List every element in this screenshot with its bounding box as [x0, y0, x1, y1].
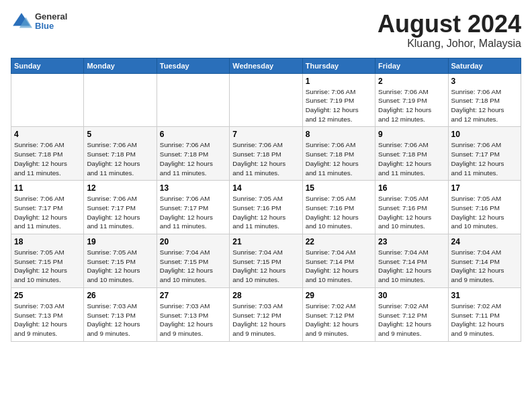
day-info: Sunrise: 7:04 AM Sunset: 7:14 PM Dayligh…	[451, 248, 518, 285]
weekday-header-saturday: Saturday	[448, 58, 521, 73]
day-number: 21	[232, 237, 299, 246]
day-number: 1	[306, 77, 372, 86]
day-info: Sunrise: 7:05 AM Sunset: 7:15 PM Dayligh…	[87, 248, 153, 285]
day-number: 9	[378, 130, 445, 139]
day-info: Sunrise: 7:03 AM Sunset: 7:13 PM Dayligh…	[14, 302, 81, 338]
day-info: Sunrise: 7:04 AM Sunset: 7:14 PM Dayligh…	[378, 248, 445, 285]
day-number: 17	[451, 183, 518, 193]
calendar-cell: 31Sunrise: 7:02 AM Sunset: 7:11 PM Dayli…	[448, 287, 521, 341]
day-info: Sunrise: 7:06 AM Sunset: 7:18 PM Dayligh…	[378, 140, 445, 177]
day-number: 4	[14, 130, 81, 139]
day-number: 6	[160, 130, 226, 139]
day-number: 22	[306, 237, 372, 246]
calendar-week-row: 11Sunrise: 7:06 AM Sunset: 7:17 PM Dayli…	[11, 181, 521, 234]
day-info: Sunrise: 7:06 AM Sunset: 7:18 PM Dayligh…	[87, 140, 153, 177]
weekday-header-row: SundayMondayTuesdayWednesdayThursdayFrid…	[11, 58, 521, 73]
calendar-cell	[84, 73, 157, 127]
day-info: Sunrise: 7:06 AM Sunset: 7:19 PM Dayligh…	[306, 87, 372, 124]
day-info: Sunrise: 7:02 AM Sunset: 7:12 PM Dayligh…	[306, 302, 372, 338]
calendar-cell: 21Sunrise: 7:04 AM Sunset: 7:15 PM Dayli…	[230, 234, 302, 288]
day-number: 5	[87, 130, 153, 139]
logo-icon	[11, 11, 32, 32]
day-number: 23	[378, 237, 445, 246]
day-number: 25	[14, 291, 81, 300]
weekday-header-tuesday: Tuesday	[157, 58, 229, 73]
calendar-cell: 27Sunrise: 7:03 AM Sunset: 7:13 PM Dayli…	[157, 287, 229, 341]
calendar-cell: 26Sunrise: 7:03 AM Sunset: 7:13 PM Dayli…	[84, 287, 157, 341]
calendar-cell: 3Sunrise: 7:06 AM Sunset: 7:18 PM Daylig…	[448, 73, 521, 127]
day-info: Sunrise: 7:05 AM Sunset: 7:16 PM Dayligh…	[306, 194, 372, 231]
calendar-cell: 28Sunrise: 7:03 AM Sunset: 7:12 PM Dayli…	[230, 287, 302, 341]
calendar-cell: 10Sunrise: 7:06 AM Sunset: 7:17 PM Dayli…	[448, 127, 521, 181]
calendar-cell: 16Sunrise: 7:05 AM Sunset: 7:16 PM Dayli…	[375, 181, 448, 234]
day-info: Sunrise: 7:06 AM Sunset: 7:19 PM Dayligh…	[378, 87, 445, 124]
day-info: Sunrise: 7:05 AM Sunset: 7:16 PM Dayligh…	[232, 194, 299, 231]
calendar-cell: 19Sunrise: 7:05 AM Sunset: 7:15 PM Dayli…	[84, 234, 157, 288]
day-info: Sunrise: 7:06 AM Sunset: 7:18 PM Dayligh…	[160, 140, 226, 177]
day-number: 27	[160, 291, 226, 300]
day-number: 14	[232, 183, 299, 193]
weekday-header-wednesday: Wednesday	[230, 58, 302, 73]
calendar-cell: 20Sunrise: 7:04 AM Sunset: 7:15 PM Dayli…	[157, 234, 229, 288]
page-title: August 2024	[378, 11, 521, 38]
day-info: Sunrise: 7:03 AM Sunset: 7:13 PM Dayligh…	[87, 302, 153, 338]
day-number: 20	[160, 237, 226, 246]
calendar-cell: 29Sunrise: 7:02 AM Sunset: 7:12 PM Dayli…	[302, 287, 375, 341]
logo-general: General	[35, 12, 67, 21]
day-number: 19	[87, 237, 153, 246]
day-number: 8	[306, 130, 372, 139]
calendar-cell: 13Sunrise: 7:06 AM Sunset: 7:17 PM Dayli…	[157, 181, 229, 234]
day-info: Sunrise: 7:06 AM Sunset: 7:17 PM Dayligh…	[451, 140, 518, 177]
calendar-cell: 22Sunrise: 7:04 AM Sunset: 7:14 PM Dayli…	[302, 234, 375, 288]
day-number: 31	[451, 291, 518, 300]
day-number: 30	[378, 291, 445, 300]
day-number: 24	[451, 237, 518, 246]
day-number: 16	[378, 183, 445, 193]
calendar-cell: 18Sunrise: 7:05 AM Sunset: 7:15 PM Dayli…	[11, 234, 84, 288]
calendar-cell: 6Sunrise: 7:06 AM Sunset: 7:18 PM Daylig…	[157, 127, 229, 181]
weekday-header-friday: Friday	[375, 58, 448, 73]
day-info: Sunrise: 7:06 AM Sunset: 7:18 PM Dayligh…	[232, 140, 299, 177]
day-number: 7	[232, 130, 299, 139]
calendar-cell: 17Sunrise: 7:05 AM Sunset: 7:16 PM Dayli…	[448, 181, 521, 234]
day-number: 15	[306, 183, 372, 193]
calendar-cell: 5Sunrise: 7:06 AM Sunset: 7:18 PM Daylig…	[84, 127, 157, 181]
day-info: Sunrise: 7:06 AM Sunset: 7:18 PM Dayligh…	[14, 140, 81, 177]
day-info: Sunrise: 7:06 AM Sunset: 7:17 PM Dayligh…	[14, 194, 81, 231]
day-info: Sunrise: 7:02 AM Sunset: 7:12 PM Dayligh…	[378, 302, 445, 338]
calendar-cell: 2Sunrise: 7:06 AM Sunset: 7:19 PM Daylig…	[375, 73, 448, 127]
logo-text: General Blue	[35, 12, 67, 32]
day-info: Sunrise: 7:03 AM Sunset: 7:12 PM Dayligh…	[232, 302, 299, 338]
logo: General Blue	[11, 11, 67, 32]
day-number: 29	[306, 291, 372, 300]
calendar-cell: 15Sunrise: 7:05 AM Sunset: 7:16 PM Dayli…	[302, 181, 375, 234]
calendar-cell: 8Sunrise: 7:06 AM Sunset: 7:18 PM Daylig…	[302, 127, 375, 181]
day-info: Sunrise: 7:05 AM Sunset: 7:15 PM Dayligh…	[14, 248, 81, 285]
calendar-cell: 14Sunrise: 7:05 AM Sunset: 7:16 PM Dayli…	[230, 181, 302, 234]
day-number: 10	[451, 130, 518, 139]
day-number: 12	[87, 183, 153, 193]
calendar-cell: 24Sunrise: 7:04 AM Sunset: 7:14 PM Dayli…	[448, 234, 521, 288]
weekday-header-monday: Monday	[84, 58, 157, 73]
calendar-cell: 11Sunrise: 7:06 AM Sunset: 7:17 PM Dayli…	[11, 181, 84, 234]
calendar-cell: 9Sunrise: 7:06 AM Sunset: 7:18 PM Daylig…	[375, 127, 448, 181]
day-info: Sunrise: 7:05 AM Sunset: 7:16 PM Dayligh…	[451, 194, 518, 231]
day-number: 26	[87, 291, 153, 300]
calendar-cell: 25Sunrise: 7:03 AM Sunset: 7:13 PM Dayli…	[11, 287, 84, 341]
calendar-week-row: 18Sunrise: 7:05 AM Sunset: 7:15 PM Dayli…	[11, 234, 521, 288]
day-info: Sunrise: 7:03 AM Sunset: 7:13 PM Dayligh…	[160, 302, 226, 338]
calendar-cell: 23Sunrise: 7:04 AM Sunset: 7:14 PM Dayli…	[375, 234, 448, 288]
calendar-cell: 12Sunrise: 7:06 AM Sunset: 7:17 PM Dayli…	[84, 181, 157, 234]
day-info: Sunrise: 7:06 AM Sunset: 7:18 PM Dayligh…	[451, 87, 518, 124]
calendar-cell: 4Sunrise: 7:06 AM Sunset: 7:18 PM Daylig…	[11, 127, 84, 181]
day-info: Sunrise: 7:06 AM Sunset: 7:18 PM Dayligh…	[306, 140, 372, 177]
day-number: 11	[14, 183, 81, 193]
day-info: Sunrise: 7:05 AM Sunset: 7:16 PM Dayligh…	[378, 194, 445, 231]
weekday-header-thursday: Thursday	[302, 58, 375, 73]
day-info: Sunrise: 7:06 AM Sunset: 7:17 PM Dayligh…	[160, 194, 226, 231]
page-subtitle: Kluang, Johor, Malaysia	[378, 38, 521, 50]
calendar-cell: 30Sunrise: 7:02 AM Sunset: 7:12 PM Dayli…	[375, 287, 448, 341]
day-number: 28	[232, 291, 299, 300]
day-info: Sunrise: 7:04 AM Sunset: 7:15 PM Dayligh…	[160, 248, 226, 285]
day-number: 13	[160, 183, 226, 193]
